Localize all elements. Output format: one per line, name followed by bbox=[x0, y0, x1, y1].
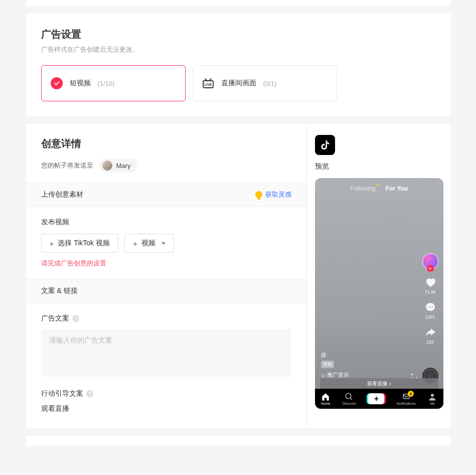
nav-discover[interactable]: Discover bbox=[343, 392, 356, 405]
help-icon[interactable]: ? bbox=[86, 390, 93, 397]
sponsor-chip: 赞助 bbox=[321, 361, 334, 368]
previous-card-stub bbox=[26, 0, 450, 6]
ad-copy-input[interactable] bbox=[41, 329, 291, 377]
cta-value: 观看直播 bbox=[41, 404, 291, 413]
help-icon[interactable]: ? bbox=[72, 315, 79, 322]
comment-button[interactable]: 1281 bbox=[424, 301, 436, 320]
option-short-video-label: 短视频 bbox=[70, 79, 91, 88]
nav-discover-label: Discover bbox=[343, 402, 356, 405]
nav-notifications-label: Notifications bbox=[397, 402, 416, 405]
svg-point-5 bbox=[432, 306, 433, 307]
nav-me[interactable]: Me bbox=[428, 392, 437, 405]
tiktok-logo-icon bbox=[315, 135, 335, 155]
nav-create-button[interactable]: + bbox=[368, 393, 384, 404]
ad-settings-card: 广告设置 广告样式在广告创建后无法更改。 短视频 (1/10) LIVE 直播 bbox=[26, 14, 450, 116]
ad-settings-title: 广告设置 bbox=[41, 28, 435, 41]
post-to-label: 您的帖子将发送至 bbox=[41, 161, 93, 170]
svg-point-6 bbox=[346, 393, 352, 399]
tab-following[interactable]: Following bbox=[350, 185, 376, 192]
svg-point-8 bbox=[431, 394, 434, 397]
live-icon: LIVE bbox=[202, 78, 214, 88]
creative-card: 创意详情 您的帖子将发送至 Mary 上传创意素材 获取灵感 发布视频 bbox=[26, 124, 450, 428]
next-card-stub bbox=[26, 436, 450, 446]
select-tiktok-video-button[interactable]: + 选择 TikTok 视频 bbox=[41, 234, 118, 253]
preview-cta-button[interactable]: 观看直播 bbox=[320, 378, 438, 389]
at-handle: @ bbox=[321, 352, 418, 358]
select-video-label: 视频 bbox=[141, 239, 155, 248]
upload-header: 上传创意素材 获取灵感 bbox=[26, 183, 306, 207]
option-live-screen-count: (0/1) bbox=[263, 80, 277, 87]
ad-settings-subtitle: 广告样式在广告创建后无法更改。 bbox=[41, 45, 435, 54]
like-button[interactable]: 71.9k bbox=[424, 276, 436, 294]
get-inspiration-link[interactable]: 获取灵感 bbox=[255, 190, 291, 199]
copy-header: 文案 & 链接 bbox=[26, 279, 306, 303]
creative-title: 创意详情 bbox=[41, 137, 291, 150]
user-pill[interactable]: Mary bbox=[99, 159, 138, 173]
ad-copy-label: 广告文案 bbox=[41, 314, 69, 323]
option-live-screen-label: 直播间画面 bbox=[221, 79, 256, 88]
svg-text:LIVE: LIVE bbox=[204, 83, 212, 86]
share-button[interactable]: 232 bbox=[424, 327, 436, 345]
tab-foryou[interactable]: For You bbox=[386, 185, 408, 192]
chevron-down-icon bbox=[162, 242, 166, 245]
copy-header-title: 文案 & 链接 bbox=[41, 286, 78, 295]
phone-preview: Following For You 71.9k 1281 bbox=[315, 178, 443, 409]
nav-me-label: Me bbox=[430, 402, 435, 405]
bulb-icon bbox=[255, 191, 262, 198]
svg-point-3 bbox=[428, 306, 429, 307]
select-tiktok-video-label: 选择 TikTok 视频 bbox=[58, 239, 110, 248]
user-name: Mary bbox=[116, 162, 131, 170]
avatar-icon bbox=[102, 161, 112, 171]
nav-home-label: Home bbox=[321, 402, 331, 405]
music-line: ♫ 推广音乐 bbox=[321, 371, 418, 379]
dot-icon bbox=[377, 184, 379, 186]
like-count: 71.9k bbox=[424, 289, 435, 294]
option-short-video[interactable]: 短视频 (1/10) bbox=[41, 65, 186, 101]
creative-setup-error: 请完成广告创意的设置 bbox=[41, 259, 291, 268]
bottom-nav: Home Discover + Notifications 9 Me bbox=[315, 389, 443, 409]
plus-icon: + bbox=[133, 240, 137, 247]
music-text: 推广音乐 bbox=[327, 371, 349, 379]
comment-count: 1281 bbox=[425, 314, 435, 320]
get-inspiration-label: 获取灵感 bbox=[265, 190, 291, 199]
plus-icon: + bbox=[50, 240, 54, 247]
select-video-button[interactable]: + 视频 bbox=[124, 234, 174, 253]
preview-label: 预览 bbox=[315, 162, 442, 171]
cta-label: 行动引导文案 bbox=[41, 389, 83, 398]
publish-video-label: 发布视频 bbox=[41, 218, 291, 227]
profile-avatar-icon[interactable] bbox=[422, 253, 438, 269]
option-short-video-count: (1/10) bbox=[98, 80, 115, 87]
option-live-screen[interactable]: LIVE 直播间画面 (0/1) bbox=[193, 65, 337, 101]
upload-header-title: 上传创意素材 bbox=[41, 190, 83, 199]
share-count: 232 bbox=[426, 340, 434, 345]
notification-badge: 9 bbox=[408, 391, 414, 397]
music-note-icon: ♫ bbox=[321, 372, 325, 378]
preview-cta-label: 观看直播 bbox=[367, 380, 387, 387]
check-icon bbox=[51, 77, 63, 89]
nav-home[interactable]: Home bbox=[321, 392, 331, 405]
nav-notifications[interactable]: Notifications 9 bbox=[397, 392, 416, 405]
svg-point-4 bbox=[430, 306, 431, 307]
